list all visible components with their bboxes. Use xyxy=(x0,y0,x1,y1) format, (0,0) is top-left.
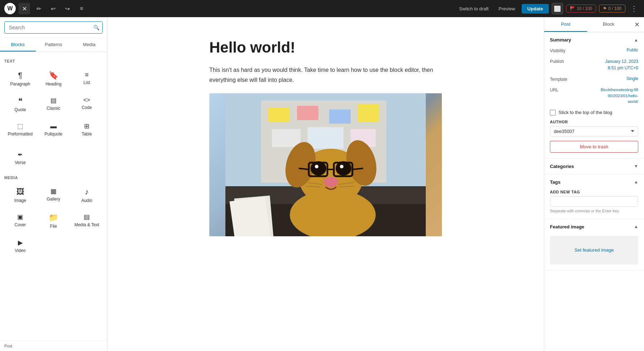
author-select[interactable]: dee35007 xyxy=(550,126,638,137)
author-label: AUTHOR xyxy=(550,120,638,124)
block-code[interactable]: <> Code xyxy=(71,93,103,117)
update-button[interactable]: Update xyxy=(522,4,549,14)
tab-media[interactable]: Media xyxy=(71,38,107,51)
words-counter[interactable]: 🚩 10 / 100 xyxy=(566,5,596,13)
add-new-tag-label: ADD NEW TAG xyxy=(550,190,638,194)
block-list[interactable]: ≡ List xyxy=(71,67,103,91)
post-body[interactable]: This isn't as hard as you would think. T… xyxy=(209,65,442,84)
media-text-label: Media & Text xyxy=(74,222,99,227)
block-image[interactable]: 🖼 Image xyxy=(4,183,36,208)
svg-rect-9 xyxy=(329,109,351,124)
right-panel: Post Block ✕ Summary ▲ Visibility Public… xyxy=(544,17,644,351)
preview-button[interactable]: Preview xyxy=(495,4,519,14)
url-value[interactable]: Blockthemetesting:88 90/2023/01/hello- w… xyxy=(601,87,638,105)
tags-section: Tags ▲ ADD NEW TAG Separate with commas … xyxy=(544,174,644,219)
svg-rect-12 xyxy=(308,127,343,149)
block-video[interactable]: ▶ Video xyxy=(4,235,36,258)
tag-hint: Separate with commas or the Enter key. xyxy=(550,209,638,213)
categories-chevron-icon: ▼ xyxy=(634,164,638,169)
paragraph-label: Paragraph xyxy=(10,81,30,86)
search-input[interactable] xyxy=(5,22,102,33)
file-icon: 📁 xyxy=(49,214,58,222)
tab-patterns[interactable]: Patterns xyxy=(36,38,72,51)
right-content: Summary ▲ Visibility Public Publish Janu… xyxy=(544,32,644,351)
summary-section-header[interactable]: Summary ▲ xyxy=(544,32,644,48)
featured-image-chevron-icon: ▲ xyxy=(634,224,638,229)
dog-illustration xyxy=(209,93,442,236)
image-icon: 🖼 xyxy=(16,188,24,196)
visibility-value[interactable]: Public xyxy=(626,48,638,53)
block-file[interactable]: 📁 File xyxy=(38,209,69,233)
right-panel-close-button[interactable]: ✕ xyxy=(630,18,644,31)
summary-title: Summary xyxy=(550,37,571,43)
list-label: List xyxy=(83,80,90,85)
verse-grid: ✒ Verse xyxy=(4,147,103,170)
block-audio[interactable]: ♪ Audio xyxy=(71,183,103,208)
redo-button[interactable]: ↪ xyxy=(62,3,73,14)
stick-row: Stick to the top of the blog xyxy=(550,110,638,115)
media-text-icon: ▤ xyxy=(84,214,90,220)
close-button[interactable]: ✕ xyxy=(19,3,30,14)
block-gallery[interactable]: ▦ Gallery xyxy=(38,183,69,208)
block-cover[interactable]: ▣ Cover xyxy=(4,209,36,233)
featured-image-title: Featured image xyxy=(550,224,584,229)
categories-title: Categories xyxy=(550,164,574,169)
tab-block[interactable]: Block xyxy=(587,17,630,32)
tags-section-body: ADD NEW TAG Separate with commas or the … xyxy=(544,190,644,219)
post-title[interactable]: Hello world! xyxy=(209,39,442,56)
tag-input[interactable] xyxy=(550,196,638,207)
block-classic[interactable]: ▤ Classic xyxy=(38,93,69,117)
tools-button[interactable]: ✏ xyxy=(33,3,44,14)
url-label: URL xyxy=(550,87,558,93)
categories-section-header[interactable]: Categories ▼ xyxy=(544,159,644,174)
stick-checkbox[interactable] xyxy=(550,110,556,115)
tab-blocks[interactable]: Blocks xyxy=(0,38,36,51)
featured-image-area[interactable]: Set featured image xyxy=(550,236,638,265)
table-icon: ⊞ xyxy=(84,123,89,129)
video-icon: ▶ xyxy=(18,239,23,246)
block-quote[interactable]: ❝ Quote xyxy=(4,93,36,117)
categories-section: Categories ▼ xyxy=(544,159,644,174)
featured-image-body: Set featured image xyxy=(544,236,644,270)
heading-icon: 🔖 xyxy=(49,71,58,79)
tags-section-header[interactable]: Tags ▲ xyxy=(544,174,644,190)
block-paragraph[interactable]: ¶ Paragraph xyxy=(4,67,36,91)
template-value[interactable]: Single xyxy=(626,76,638,81)
block-heading[interactable]: 🔖 Heading xyxy=(38,67,69,91)
view-toggle-button[interactable]: ⬜ xyxy=(552,3,563,14)
more-options-button[interactable]: ⋮ xyxy=(628,3,640,14)
svg-point-27 xyxy=(340,165,343,168)
file-label: File xyxy=(50,224,57,229)
switch-draft-button[interactable]: Switch to draft xyxy=(455,4,492,14)
list-view-button[interactable]: ≡ xyxy=(76,3,87,14)
svg-point-26 xyxy=(315,165,318,168)
tab-post[interactable]: Post xyxy=(544,17,587,32)
block-verse[interactable]: ✒ Verse xyxy=(4,147,36,170)
block-media-text[interactable]: ▤ Media & Text xyxy=(71,209,103,233)
block-pullquote[interactable]: ▬ Pullquote xyxy=(38,118,69,141)
block-preformatted[interactable]: ⬚ Preformatted xyxy=(4,118,36,141)
gallery-icon: ▦ xyxy=(50,188,57,194)
set-featured-image-label[interactable]: Set featured image xyxy=(566,239,623,261)
publish-value[interactable]: January 12, 2023 8:51 pm UTC+0 xyxy=(605,58,638,71)
svg-rect-5 xyxy=(229,196,271,236)
stick-label: Stick to the top of the blog xyxy=(558,110,612,115)
block-table[interactable]: ⊞ Table xyxy=(71,118,103,141)
words-icon: 🚩 xyxy=(570,6,575,11)
featured-image-section-header[interactable]: Featured image ▲ xyxy=(544,219,644,234)
template-label: Template xyxy=(550,76,567,82)
preformatted-icon: ⬚ xyxy=(17,123,23,129)
gallery-label: Gallery xyxy=(47,197,60,202)
featured-image-section: Featured image ▲ Set featured image xyxy=(544,219,644,271)
move-trash-button[interactable]: Move to trash xyxy=(550,141,638,153)
classic-label: Classic xyxy=(47,106,60,111)
left-panel: 🔍 Blocks Patterns Media TEXT ¶ Paragraph… xyxy=(0,17,107,351)
chars-counter[interactable]: ⚑ 0 / 100 xyxy=(599,5,625,13)
url-row: URL Blockthemetesting:88 90/2023/01/hell… xyxy=(550,87,638,105)
undo-button[interactable]: ↩ xyxy=(47,3,59,14)
list-icon: ≡ xyxy=(85,71,89,78)
summary-section: Summary ▲ Visibility Public Publish Janu… xyxy=(544,32,644,159)
wordpress-logo[interactable]: W xyxy=(4,3,16,14)
text-blocks-grid: ¶ Paragraph 🔖 Heading ≡ List ❝ Quote ▤ xyxy=(4,67,103,141)
post-image xyxy=(209,93,442,236)
